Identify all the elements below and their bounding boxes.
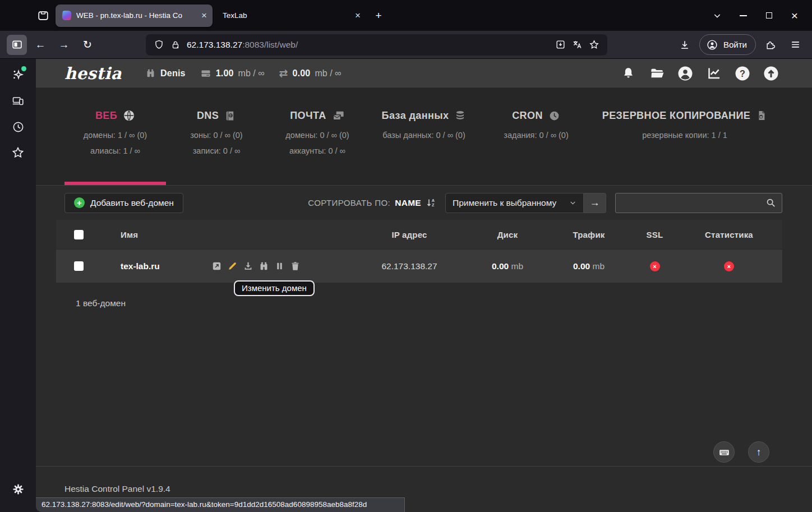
sidebar-toggle-icon[interactable] — [7, 35, 27, 55]
back-button[interactable]: ← — [30, 35, 50, 55]
tab-title: TexLab — [223, 11, 350, 20]
row-stats-status[interactable]: × — [676, 261, 782, 272]
transfer-arrows-icon: ⇄ — [279, 67, 288, 80]
server-disk-icon — [200, 68, 211, 79]
hestia-menu: ВЕБ домены: 1 / ∞ (0) алиасы: 1 / ∞ DNS … — [36, 88, 812, 186]
new-tab-button[interactable]: + — [368, 6, 389, 26]
firefox-view-icon[interactable] — [33, 6, 54, 26]
table-header-row: Имя IP адрес Диск Трафик SSL Статистика — [56, 220, 782, 250]
sort-control[interactable]: СОРТИРОВАТЬ ПО: NAME AZ — [308, 197, 436, 208]
suspend-pause-icon[interactable] — [274, 261, 285, 272]
username: Denis — [160, 68, 186, 79]
plus-icon: + — [74, 197, 85, 208]
apply-action-button[interactable]: → — [584, 193, 606, 213]
user-account-icon[interactable] — [677, 65, 694, 82]
hestia-favicon — [62, 11, 72, 20]
row-ssl-status[interactable]: × — [634, 261, 676, 272]
menu-hamburger-icon[interactable] — [785, 35, 805, 55]
hestia-header: hestia Denis 1.00mb / ∞ ⇄ 0.00mb / ∞ — [36, 59, 812, 88]
search-box — [615, 193, 782, 213]
row-ip: 62.173.138.27 — [348, 261, 471, 271]
stats-off-icon: × — [724, 261, 734, 271]
file-manager-folder-icon[interactable] — [648, 65, 665, 82]
sort-alpha-down-icon: AZ — [426, 197, 436, 208]
list-all-tabs-chevron-icon[interactable] — [704, 4, 730, 27]
add-web-domain-button[interactable]: + Добавить веб-домен — [64, 193, 183, 213]
tab-close-icon[interactable]: × — [355, 11, 361, 20]
view-logs-binoculars-icon[interactable] — [258, 261, 269, 272]
domain-name-link[interactable]: tex-lab.ru — [101, 261, 196, 271]
link-status-bar: 62.173.138.27:8083/edit/web/?domain=tex-… — [36, 497, 405, 512]
statistics-chart-icon[interactable] — [705, 65, 722, 82]
keyboard-shortcuts-button[interactable] — [713, 441, 735, 463]
row-checkbox[interactable] — [74, 261, 84, 271]
tab-mail[interactable]: ПОЧТА домены: 0 / ∞ (0) аккаунты: 0 / ∞ — [267, 88, 368, 185]
ssl-off-icon: × — [650, 261, 660, 271]
history-clock-icon[interactable] — [7, 116, 29, 137]
page-content: hestia Denis 1.00mb / ∞ ⇄ 0.00mb / ∞ — [36, 59, 812, 512]
svg-text:?: ? — [740, 68, 745, 78]
hestia-logo[interactable]: hestia — [64, 64, 122, 83]
bulk-action-select[interactable]: Применить к выбранному — [445, 193, 584, 213]
tab-web[interactable]: ВЕБ домены: 1 / ∞ (0) алиасы: 1 / ∞ — [64, 88, 166, 185]
ai-chatbot-icon[interactable] — [7, 64, 29, 86]
select-all-checkbox[interactable] — [74, 230, 84, 239]
mail-envelopes-icon — [332, 109, 345, 122]
domains-table: Имя IP адрес Диск Трафик SSL Статистика … — [56, 220, 782, 283]
database-icon — [454, 110, 466, 122]
row-actions — [196, 261, 348, 272]
table-row: tex-lab.ru — [56, 250, 782, 283]
notifications-bell-icon[interactable] — [620, 65, 636, 82]
impersonate-user[interactable]: Denis — [145, 68, 186, 79]
tab-database[interactable]: База данных базы данных: 0 / ∞ (0) — [368, 88, 480, 185]
browser-nav-bar: ← → ↻ 62.173.138.27:8083/list/web/ — [0, 31, 812, 59]
toolbar: + Добавить веб-домен СОРТИРОВАТЬ ПО: NAM… — [36, 186, 812, 220]
settings-gear-icon[interactable] — [7, 478, 29, 500]
svg-text:A: A — [432, 199, 435, 203]
tab-hestia[interactable]: WEB - pn.tex-lab.ru - Hestia Co × — [56, 4, 213, 27]
search-icon[interactable] — [765, 197, 776, 208]
save-page-icon[interactable] — [555, 39, 566, 50]
synced-tabs-icon[interactable] — [7, 90, 29, 112]
maximize-button[interactable] — [756, 4, 782, 27]
tab-cron[interactable]: CRON задания: 0 / ∞ (0) — [480, 88, 592, 185]
close-window-button[interactable]: × — [782, 4, 808, 27]
domain-count-summary: 1 веб-домен — [76, 298, 812, 308]
forward-button[interactable]: → — [54, 35, 74, 55]
download-backup-icon[interactable] — [242, 261, 253, 272]
bookmarks-star-icon[interactable] — [7, 142, 29, 163]
minimize-button[interactable] — [730, 4, 756, 27]
edit-domain-pencil-icon[interactable] — [227, 261, 238, 272]
tab-texlab[interactable]: TexLab × — [216, 4, 366, 27]
binoculars-icon — [145, 68, 156, 79]
edit-domain-tooltip: Изменить домен — [234, 280, 315, 296]
delete-trash-icon[interactable] — [289, 261, 301, 272]
logout-arrow-icon[interactable] — [763, 65, 779, 82]
tab-close-icon[interactable]: × — [201, 11, 207, 20]
sign-in-button[interactable]: Войти — [699, 34, 756, 55]
bookmark-star-icon[interactable] — [589, 39, 599, 50]
lock-warning-icon[interactable] — [170, 40, 181, 50]
backup-file-icon — [756, 110, 767, 121]
clock-icon — [548, 110, 560, 122]
tab-backup[interactable]: РЕЗЕРВНОЕ КОПИРОВАНИЕ резервные копии: 1… — [592, 88, 777, 185]
help-icon[interactable]: ? — [734, 65, 751, 82]
ai-status-dot — [21, 66, 26, 71]
account-icon — [706, 39, 718, 51]
active-tab-underline — [64, 182, 166, 185]
chevron-down-icon — [569, 199, 576, 206]
downloads-icon[interactable] — [675, 35, 695, 55]
url-bar[interactable]: 62.173.138.27:8083/list/web/ — [146, 34, 607, 56]
translate-icon[interactable] — [572, 39, 583, 50]
open-site-external-link-icon[interactable] — [211, 261, 222, 272]
tracking-shield-icon[interactable] — [154, 39, 164, 50]
scroll-to-top-button[interactable]: ↑ — [748, 441, 769, 463]
tab-dns[interactable]: DNS зоны: 0 / ∞ (0) записи: 0 / ∞ — [166, 88, 267, 185]
address-book-icon — [224, 110, 236, 122]
disk-usage: 1.00mb / ∞ — [200, 68, 265, 79]
svg-text:Z: Z — [432, 203, 435, 207]
reload-button[interactable]: ↻ — [77, 35, 98, 55]
browser-tab-bar: WEB - pn.tex-lab.ru - Hestia Co × TexLab… — [0, 0, 812, 31]
extensions-puzzle-icon[interactable] — [760, 35, 781, 55]
search-input[interactable] — [621, 198, 765, 207]
